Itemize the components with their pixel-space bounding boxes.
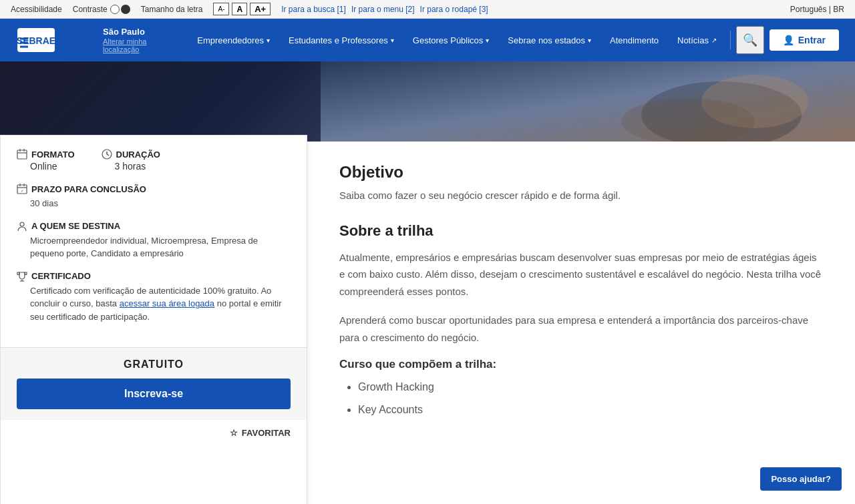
- objetivo-subtitle: Saiba como fazer o seu negócio crescer r…: [339, 188, 823, 204]
- contrast-toggle[interactable]: Contraste: [73, 5, 130, 14]
- font-decrease-button[interactable]: A-: [213, 3, 229, 15]
- cursos-section: Curso que compõem a trilha: Growth Hacki…: [339, 358, 823, 418]
- audience-label: A QUEM SE DESTINA: [17, 221, 291, 232]
- calendar-icon: [17, 149, 27, 160]
- course-info-card: FORMATO Online DURAÇÃO 3 horas: [0, 135, 307, 504]
- list-item: Growth Hacking: [358, 379, 823, 395]
- login-button[interactable]: 👤 Entrar: [770, 29, 839, 51]
- language-label: Português | BR: [790, 5, 844, 14]
- font-increase-button[interactable]: A+: [250, 3, 271, 15]
- objetivo-section: Objetivo Saiba como fazer o seu negócio …: [339, 163, 823, 204]
- enrollment-section: GRATUITO Inscreva-se: [1, 347, 307, 420]
- certificate-block: CERTIFICADO Certificado com verificação …: [17, 271, 291, 324]
- trophy-icon: [17, 271, 27, 282]
- nav-divider: [730, 31, 731, 49]
- svg-text:SEBRAE: SEBRAE: [17, 35, 55, 46]
- main-nav: Empreendedores ▾ Estudantes e Professore…: [189, 30, 725, 51]
- clock-icon: [102, 149, 112, 160]
- circle-filled-icon: [121, 5, 130, 14]
- accessibility-bar: Acessibilidade Contraste Tamanho da letr…: [0, 0, 855, 19]
- duration-block: DURAÇÃO 3 horas: [102, 149, 160, 172]
- course-item-1: Growth Hacking: [358, 381, 434, 393]
- city-label: São Paulo: [103, 27, 168, 37]
- list-item: Key Accounts: [358, 402, 823, 418]
- format-value: Online: [17, 161, 75, 172]
- duration-label: DURAÇÃO: [102, 149, 160, 160]
- favoritar-label: FAVORITAR: [242, 428, 291, 438]
- certificate-text: Certificado com verificação de autentici…: [17, 284, 291, 324]
- deadline-calendar-icon: ✓: [17, 184, 27, 194]
- chevron-down-icon: ▾: [267, 37, 270, 44]
- external-link-icon: ↗: [711, 37, 717, 44]
- audience-value: Microempreendedor individual, Microempre…: [17, 234, 291, 260]
- nav-atendimento[interactable]: Atendimento: [602, 30, 667, 51]
- nav-empreendedores[interactable]: Empreendedores ▾: [189, 30, 278, 51]
- font-normal-button[interactable]: A: [232, 3, 247, 15]
- sobre-trilha-section: Sobre a trilha Atualmente, empresários e…: [339, 222, 823, 346]
- change-location-link[interactable]: Alterar minha localização: [103, 37, 168, 53]
- svg-line-15: [107, 154, 109, 156]
- nav-estados[interactable]: Sebrae nos estados ▾: [500, 30, 599, 51]
- svg-text:✓: ✓: [21, 189, 23, 193]
- objetivo-title: Objetivo: [339, 163, 823, 182]
- deadline-block: ✓ PRAZO PARA CONCLUSÃO 30 dias: [17, 184, 291, 210]
- skip-to-search[interactable]: Ir para a busca [1]: [281, 5, 346, 14]
- help-button[interactable]: Posso ajudar?: [760, 467, 842, 491]
- price-label: GRATUITO: [17, 358, 291, 370]
- certificate-label: CERTIFICADO: [17, 271, 291, 282]
- certificate-link[interactable]: acessar sua área logada: [120, 298, 214, 308]
- sobre-para1: Atualmente, empresários e empresárias bu…: [339, 249, 823, 300]
- format-label: FORMATO: [17, 149, 75, 160]
- course-item-2: Key Accounts: [358, 404, 423, 415]
- favoritar-row[interactable]: ☆ FAVORITAR: [1, 420, 307, 443]
- logo-area: SEBRAE: [16, 27, 76, 53]
- nav-estudantes[interactable]: Estudantes e Professores ▾: [281, 30, 402, 51]
- contraste-label: Contraste: [73, 5, 108, 14]
- deadline-value: 30 dias: [17, 197, 291, 210]
- course-details: FORMATO Online DURAÇÃO 3 horas: [1, 136, 307, 347]
- sebrae-logo[interactable]: SEBRAE: [16, 27, 56, 53]
- person-icon: [17, 221, 27, 232]
- course-list: Growth Hacking Key Accounts: [339, 379, 823, 418]
- deadline-label: ✓ PRAZO PARA CONCLUSÃO: [17, 184, 291, 194]
- location-area: São Paulo Alterar minha localização: [103, 27, 168, 53]
- course-content: Objetivo Saiba como fazer o seu negócio …: [307, 142, 855, 504]
- chevron-down-icon: ▾: [588, 37, 591, 44]
- sobre-para2: Aprenderá como buscar oportunidades para…: [339, 312, 823, 346]
- star-icon: ☆: [230, 428, 238, 438]
- hero-image: [321, 61, 855, 142]
- duration-value: 3 horas: [102, 161, 160, 172]
- skip-to-footer[interactable]: Ir para o rodapé [3]: [420, 5, 488, 14]
- nav-noticias[interactable]: Notícias ↗: [669, 30, 725, 51]
- sobre-title: Sobre a trilha: [339, 222, 823, 240]
- inscricao-button[interactable]: Inscreva-se: [17, 379, 291, 409]
- cursos-title: Curso que compõem a trilha:: [339, 358, 823, 371]
- header: SEBRAE São Paulo Alterar minha localizaç…: [0, 19, 855, 61]
- chevron-down-icon: ▾: [391, 37, 394, 44]
- svg-rect-9: [17, 150, 27, 159]
- font-size-controls: A- A A+: [213, 3, 271, 15]
- audience-block: A QUEM SE DESTINA Microempreendedor indi…: [17, 221, 291, 260]
- circle-empty-icon: [110, 5, 120, 14]
- search-button[interactable]: 🔍: [736, 26, 764, 54]
- acessibilidade-label: Acessibilidade: [11, 5, 62, 14]
- skip-links: Ir para a busca [1] Ir para o menu [2] I…: [281, 5, 488, 14]
- search-icon: 🔍: [743, 33, 757, 47]
- format-block: FORMATO Online: [17, 149, 75, 172]
- font-size-label: Tamanho da letra: [141, 5, 203, 14]
- main-layout: FORMATO Online DURAÇÃO 3 horas: [0, 142, 855, 504]
- format-duration-row: FORMATO Online DURAÇÃO 3 horas: [17, 149, 291, 172]
- chevron-down-icon: ▾: [486, 37, 489, 44]
- person-icon: 👤: [783, 35, 794, 45]
- hero-banner: [0, 61, 855, 142]
- svg-point-21: [20, 222, 24, 226]
- nav-gestores[interactable]: Gestores Públicos ▾: [405, 30, 498, 51]
- skip-to-menu[interactable]: Ir para o menu [2]: [351, 5, 415, 14]
